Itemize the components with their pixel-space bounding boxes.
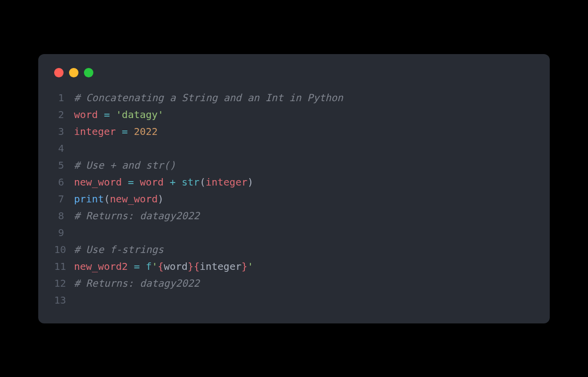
code-line: 11 new_word2 = f'{word}{integer}' xyxy=(54,258,534,275)
code-line: 7 print(new_word) xyxy=(54,190,534,207)
code-line: 5 # Use + and str() xyxy=(54,157,534,174)
code-line: 2 word = 'datagy' xyxy=(54,106,534,123)
line-number: 13 xyxy=(54,292,74,309)
line-number: 12 xyxy=(54,275,74,292)
traffic-lights xyxy=(38,66,550,89)
line-number: 4 xyxy=(54,140,74,157)
line-content: new_word2 = f'{word}{integer}' xyxy=(74,258,253,275)
code-area[interactable]: 1 # Concatenating a String and an Int in… xyxy=(38,89,550,309)
line-content: # Use f-strings xyxy=(74,241,164,258)
code-line: 8 # Returns: datagy2022 xyxy=(54,207,534,224)
line-content: # Use + and str() xyxy=(74,157,176,174)
line-number: 6 xyxy=(54,174,74,190)
code-line: 3 integer = 2022 xyxy=(54,123,534,140)
code-line: 4 xyxy=(54,140,534,157)
line-content: # Returns: datagy2022 xyxy=(74,275,200,292)
code-editor-window: 1 # Concatenating a String and an Int in… xyxy=(38,54,550,323)
line-content: print(new_word) xyxy=(74,190,164,207)
line-number: 8 xyxy=(54,207,74,224)
line-number: 2 xyxy=(54,106,74,123)
line-content: # Concatenating a String and an Int in P… xyxy=(74,89,343,106)
line-content: word = 'datagy' xyxy=(74,106,164,123)
close-icon[interactable] xyxy=(54,68,64,77)
minimize-icon[interactable] xyxy=(69,68,78,77)
line-number: 7 xyxy=(54,190,74,207)
line-content: new_word = word + str(integer) xyxy=(74,174,253,190)
line-number: 3 xyxy=(54,123,74,140)
code-line: 9 xyxy=(54,224,534,241)
code-line: 1 # Concatenating a String and an Int in… xyxy=(54,89,534,106)
code-line: 12 # Returns: datagy2022 xyxy=(54,275,534,292)
code-line: 10 # Use f-strings xyxy=(54,241,534,258)
code-line: 13 xyxy=(54,292,534,309)
line-content: # Returns: datagy2022 xyxy=(74,207,200,224)
line-number: 5 xyxy=(54,157,74,174)
code-line: 6 new_word = word + str(integer) xyxy=(54,174,534,190)
line-number: 9 xyxy=(54,224,74,241)
line-content: integer = 2022 xyxy=(74,123,158,140)
line-number: 10 xyxy=(54,241,74,258)
line-number: 1 xyxy=(54,89,74,106)
maximize-icon[interactable] xyxy=(84,68,93,77)
line-number: 11 xyxy=(54,258,74,275)
